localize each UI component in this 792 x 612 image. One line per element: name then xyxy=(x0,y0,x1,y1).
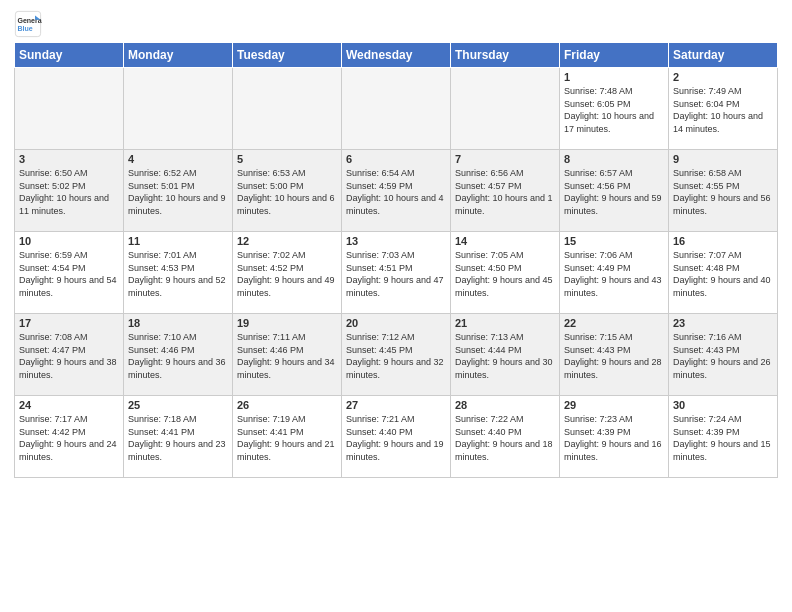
calendar-cell: 1Sunrise: 7:48 AM Sunset: 6:05 PM Daylig… xyxy=(560,68,669,150)
calendar-cell: 15Sunrise: 7:06 AM Sunset: 4:49 PM Dayli… xyxy=(560,232,669,314)
calendar-cell: 28Sunrise: 7:22 AM Sunset: 4:40 PM Dayli… xyxy=(451,396,560,478)
calendar-cell: 4Sunrise: 6:52 AM Sunset: 5:01 PM Daylig… xyxy=(124,150,233,232)
day-info: Sunrise: 7:08 AM Sunset: 4:47 PM Dayligh… xyxy=(19,331,119,381)
calendar-cell xyxy=(15,68,124,150)
day-info: Sunrise: 6:57 AM Sunset: 4:56 PM Dayligh… xyxy=(564,167,664,217)
day-info: Sunrise: 6:52 AM Sunset: 5:01 PM Dayligh… xyxy=(128,167,228,217)
day-info: Sunrise: 7:19 AM Sunset: 4:41 PM Dayligh… xyxy=(237,413,337,463)
header: General Blue xyxy=(14,10,778,38)
day-number: 8 xyxy=(564,153,664,165)
calendar-cell xyxy=(451,68,560,150)
calendar-cell: 11Sunrise: 7:01 AM Sunset: 4:53 PM Dayli… xyxy=(124,232,233,314)
calendar-cell: 6Sunrise: 6:54 AM Sunset: 4:59 PM Daylig… xyxy=(342,150,451,232)
day-info: Sunrise: 7:24 AM Sunset: 4:39 PM Dayligh… xyxy=(673,413,773,463)
calendar-week-3: 17Sunrise: 7:08 AM Sunset: 4:47 PM Dayli… xyxy=(15,314,778,396)
calendar-cell: 29Sunrise: 7:23 AM Sunset: 4:39 PM Dayli… xyxy=(560,396,669,478)
day-info: Sunrise: 7:16 AM Sunset: 4:43 PM Dayligh… xyxy=(673,331,773,381)
day-info: Sunrise: 6:56 AM Sunset: 4:57 PM Dayligh… xyxy=(455,167,555,217)
day-info: Sunrise: 7:07 AM Sunset: 4:48 PM Dayligh… xyxy=(673,249,773,299)
calendar-cell: 26Sunrise: 7:19 AM Sunset: 4:41 PM Dayli… xyxy=(233,396,342,478)
day-number: 6 xyxy=(346,153,446,165)
page-container: General Blue SundayMondayTuesdayWednesda… xyxy=(0,0,792,484)
col-header-friday: Friday xyxy=(560,43,669,68)
day-number: 27 xyxy=(346,399,446,411)
day-info: Sunrise: 6:54 AM Sunset: 4:59 PM Dayligh… xyxy=(346,167,446,217)
day-info: Sunrise: 7:03 AM Sunset: 4:51 PM Dayligh… xyxy=(346,249,446,299)
calendar-cell: 18Sunrise: 7:10 AM Sunset: 4:46 PM Dayli… xyxy=(124,314,233,396)
calendar-week-1: 3Sunrise: 6:50 AM Sunset: 5:02 PM Daylig… xyxy=(15,150,778,232)
day-number: 1 xyxy=(564,71,664,83)
day-number: 13 xyxy=(346,235,446,247)
day-info: Sunrise: 7:15 AM Sunset: 4:43 PM Dayligh… xyxy=(564,331,664,381)
day-info: Sunrise: 7:12 AM Sunset: 4:45 PM Dayligh… xyxy=(346,331,446,381)
col-header-thursday: Thursday xyxy=(451,43,560,68)
day-info: Sunrise: 6:59 AM Sunset: 4:54 PM Dayligh… xyxy=(19,249,119,299)
day-number: 2 xyxy=(673,71,773,83)
day-number: 3 xyxy=(19,153,119,165)
day-info: Sunrise: 7:11 AM Sunset: 4:46 PM Dayligh… xyxy=(237,331,337,381)
calendar-cell: 30Sunrise: 7:24 AM Sunset: 4:39 PM Dayli… xyxy=(669,396,778,478)
calendar-cell: 23Sunrise: 7:16 AM Sunset: 4:43 PM Dayli… xyxy=(669,314,778,396)
calendar-cell: 13Sunrise: 7:03 AM Sunset: 4:51 PM Dayli… xyxy=(342,232,451,314)
calendar-cell: 16Sunrise: 7:07 AM Sunset: 4:48 PM Dayli… xyxy=(669,232,778,314)
day-number: 18 xyxy=(128,317,228,329)
calendar-cell: 2Sunrise: 7:49 AM Sunset: 6:04 PM Daylig… xyxy=(669,68,778,150)
day-info: Sunrise: 7:02 AM Sunset: 4:52 PM Dayligh… xyxy=(237,249,337,299)
calendar-cell xyxy=(233,68,342,150)
day-info: Sunrise: 7:10 AM Sunset: 4:46 PM Dayligh… xyxy=(128,331,228,381)
day-number: 16 xyxy=(673,235,773,247)
day-info: Sunrise: 7:49 AM Sunset: 6:04 PM Dayligh… xyxy=(673,85,773,135)
calendar-cell: 27Sunrise: 7:21 AM Sunset: 4:40 PM Dayli… xyxy=(342,396,451,478)
day-info: Sunrise: 7:06 AM Sunset: 4:49 PM Dayligh… xyxy=(564,249,664,299)
day-number: 17 xyxy=(19,317,119,329)
day-info: Sunrise: 6:50 AM Sunset: 5:02 PM Dayligh… xyxy=(19,167,119,217)
day-number: 7 xyxy=(455,153,555,165)
calendar-cell xyxy=(342,68,451,150)
col-header-wednesday: Wednesday xyxy=(342,43,451,68)
calendar-cell: 20Sunrise: 7:12 AM Sunset: 4:45 PM Dayli… xyxy=(342,314,451,396)
day-number: 10 xyxy=(19,235,119,247)
calendar-cell: 17Sunrise: 7:08 AM Sunset: 4:47 PM Dayli… xyxy=(15,314,124,396)
day-number: 15 xyxy=(564,235,664,247)
day-number: 29 xyxy=(564,399,664,411)
day-info: Sunrise: 7:18 AM Sunset: 4:41 PM Dayligh… xyxy=(128,413,228,463)
day-info: Sunrise: 7:22 AM Sunset: 4:40 PM Dayligh… xyxy=(455,413,555,463)
day-info: Sunrise: 7:05 AM Sunset: 4:50 PM Dayligh… xyxy=(455,249,555,299)
calendar-cell xyxy=(124,68,233,150)
day-number: 30 xyxy=(673,399,773,411)
calendar-cell: 5Sunrise: 6:53 AM Sunset: 5:00 PM Daylig… xyxy=(233,150,342,232)
day-number: 23 xyxy=(673,317,773,329)
calendar-week-0: 1Sunrise: 7:48 AM Sunset: 6:05 PM Daylig… xyxy=(15,68,778,150)
day-number: 4 xyxy=(128,153,228,165)
day-number: 24 xyxy=(19,399,119,411)
svg-text:Blue: Blue xyxy=(18,25,33,32)
calendar-cell: 9Sunrise: 6:58 AM Sunset: 4:55 PM Daylig… xyxy=(669,150,778,232)
day-number: 26 xyxy=(237,399,337,411)
day-number: 12 xyxy=(237,235,337,247)
calendar-cell: 22Sunrise: 7:15 AM Sunset: 4:43 PM Dayli… xyxy=(560,314,669,396)
day-number: 19 xyxy=(237,317,337,329)
calendar-cell: 24Sunrise: 7:17 AM Sunset: 4:42 PM Dayli… xyxy=(15,396,124,478)
calendar-cell: 21Sunrise: 7:13 AM Sunset: 4:44 PM Dayli… xyxy=(451,314,560,396)
calendar-cell: 8Sunrise: 6:57 AM Sunset: 4:56 PM Daylig… xyxy=(560,150,669,232)
day-number: 20 xyxy=(346,317,446,329)
logo-icon: General Blue xyxy=(14,10,42,38)
calendar-cell: 10Sunrise: 6:59 AM Sunset: 4:54 PM Dayli… xyxy=(15,232,124,314)
calendar-cell: 19Sunrise: 7:11 AM Sunset: 4:46 PM Dayli… xyxy=(233,314,342,396)
day-info: Sunrise: 6:53 AM Sunset: 5:00 PM Dayligh… xyxy=(237,167,337,217)
day-info: Sunrise: 7:13 AM Sunset: 4:44 PM Dayligh… xyxy=(455,331,555,381)
col-header-sunday: Sunday xyxy=(15,43,124,68)
day-number: 5 xyxy=(237,153,337,165)
calendar-cell: 25Sunrise: 7:18 AM Sunset: 4:41 PM Dayli… xyxy=(124,396,233,478)
day-number: 28 xyxy=(455,399,555,411)
col-header-saturday: Saturday xyxy=(669,43,778,68)
calendar-week-4: 24Sunrise: 7:17 AM Sunset: 4:42 PM Dayli… xyxy=(15,396,778,478)
day-info: Sunrise: 7:21 AM Sunset: 4:40 PM Dayligh… xyxy=(346,413,446,463)
calendar-table: SundayMondayTuesdayWednesdayThursdayFrid… xyxy=(14,42,778,478)
calendar-week-2: 10Sunrise: 6:59 AM Sunset: 4:54 PM Dayli… xyxy=(15,232,778,314)
col-header-tuesday: Tuesday xyxy=(233,43,342,68)
calendar-cell: 14Sunrise: 7:05 AM Sunset: 4:50 PM Dayli… xyxy=(451,232,560,314)
day-number: 9 xyxy=(673,153,773,165)
day-number: 22 xyxy=(564,317,664,329)
calendar-cell: 7Sunrise: 6:56 AM Sunset: 4:57 PM Daylig… xyxy=(451,150,560,232)
